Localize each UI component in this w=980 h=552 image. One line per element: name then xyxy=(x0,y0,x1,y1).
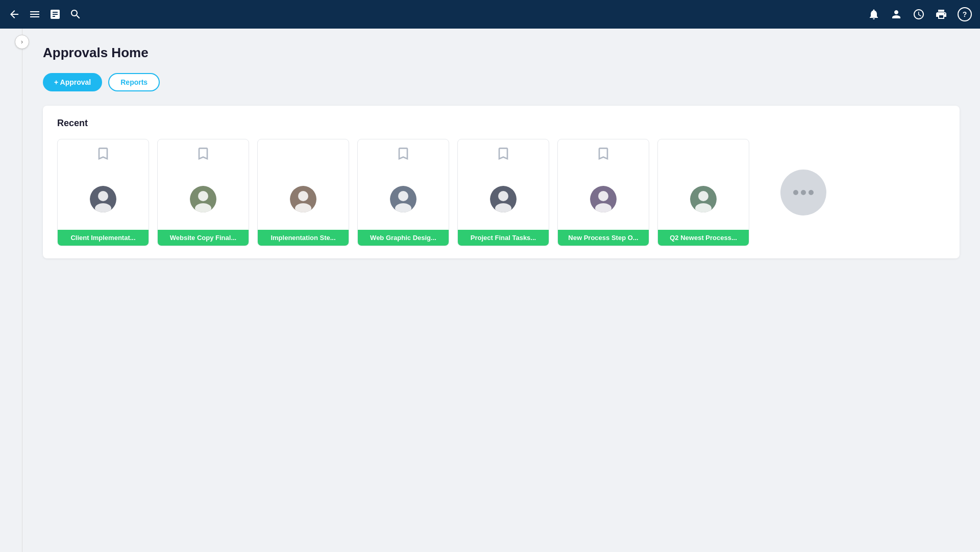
svg-point-16 xyxy=(598,191,608,201)
card-label: Q2 Newest Process... xyxy=(658,230,749,246)
svg-point-19 xyxy=(698,191,708,201)
card-avatar xyxy=(590,186,617,212)
reports-button[interactable]: Reports xyxy=(108,73,160,91)
approval-card[interactable]: Project Final Tasks... xyxy=(457,139,549,246)
svg-point-7 xyxy=(298,191,308,201)
svg-point-1 xyxy=(98,191,108,201)
card-body xyxy=(658,139,749,230)
card-label: Project Final Tasks... xyxy=(458,230,549,246)
nav-right: ? xyxy=(868,7,972,21)
search-button[interactable] xyxy=(69,8,82,20)
card-label: New Process Step O... xyxy=(558,230,649,246)
card-label: Client Implementat... xyxy=(58,230,149,246)
card-avatar xyxy=(90,186,116,212)
approval-card[interactable]: Website Copy Final... xyxy=(157,139,249,246)
svg-point-13 xyxy=(498,191,508,201)
sidebar-toggle-chevron[interactable]: › xyxy=(15,35,29,49)
dot xyxy=(793,190,798,195)
more-items-placeholder xyxy=(757,139,849,246)
page-title: Approvals Home xyxy=(43,45,960,61)
card-body xyxy=(258,139,349,230)
recent-title: Recent xyxy=(57,118,945,129)
notifications-button[interactable] xyxy=(868,8,880,20)
cards-grid: Client Implementat... Website Copy Final… xyxy=(57,139,945,246)
card-avatar xyxy=(390,186,416,212)
bookmark-icon xyxy=(195,146,211,165)
card-body xyxy=(358,139,449,230)
card-body xyxy=(58,139,149,230)
dot xyxy=(801,190,806,195)
card-avatar xyxy=(190,186,216,212)
print-button[interactable] xyxy=(935,8,947,20)
bookmark-icon xyxy=(395,146,411,165)
approval-card[interactable]: New Process Step O... xyxy=(557,139,649,246)
top-navigation: ? xyxy=(0,0,980,29)
main-wrapper: › Approvals Home + Approval Reports Rece… xyxy=(0,29,980,552)
card-body xyxy=(158,139,249,230)
approval-card[interactable]: Client Implementat... xyxy=(57,139,149,246)
dot xyxy=(808,190,814,195)
profile-button[interactable] xyxy=(890,8,902,20)
dots-circle xyxy=(780,170,826,215)
approval-card[interactable]: Q2 Newest Process... xyxy=(657,139,749,246)
card-label: Web Graphic Desig... xyxy=(358,230,449,246)
bookmark-icon xyxy=(95,146,111,165)
nav-left xyxy=(8,8,82,20)
help-button[interactable]: ? xyxy=(958,7,972,21)
back-button[interactable] xyxy=(8,8,20,20)
card-label: Implenentation Ste... xyxy=(258,230,349,246)
bookmark-icon xyxy=(595,146,611,165)
card-avatar xyxy=(690,186,717,212)
card-avatar xyxy=(490,186,517,212)
svg-point-10 xyxy=(398,191,408,201)
menu-button[interactable] xyxy=(29,8,41,20)
chart-button[interactable] xyxy=(49,8,61,20)
bookmark-icon xyxy=(495,146,511,165)
clock-button[interactable] xyxy=(913,8,925,20)
left-sidebar: › xyxy=(0,29,22,552)
card-body xyxy=(458,139,549,230)
card-label: Website Copy Final... xyxy=(158,230,249,246)
card-body xyxy=(558,139,649,230)
svg-point-4 xyxy=(198,191,208,201)
page-content: Approvals Home + Approval Reports Recent… xyxy=(22,29,980,552)
card-avatar xyxy=(290,186,316,212)
approval-card[interactable]: Implenentation Ste... xyxy=(257,139,349,246)
add-approval-button[interactable]: + Approval xyxy=(43,73,102,91)
recent-section: Recent Client Implementat... Website Cop… xyxy=(43,106,960,258)
toolbar: + Approval Reports xyxy=(43,73,960,91)
approval-card[interactable]: Web Graphic Desig... xyxy=(357,139,449,246)
